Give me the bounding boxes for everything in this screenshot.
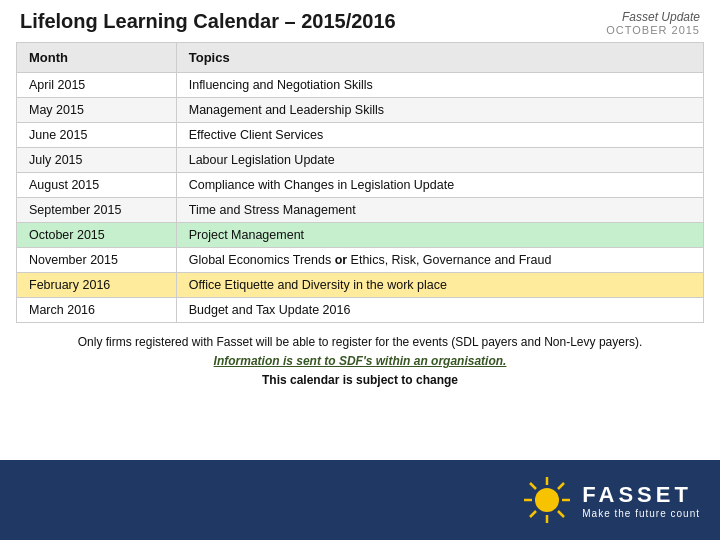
- cell-topic: Compliance with Changes in Legislation U…: [176, 173, 703, 198]
- bottom-banner: FASSET Make the future count: [0, 460, 720, 540]
- page-header: Lifelong Learning Calendar – 2015/2016 F…: [0, 0, 720, 42]
- cell-month: April 2015: [17, 73, 177, 98]
- svg-line-8: [530, 511, 536, 517]
- cell-topic: Office Etiquette and Diversity in the wo…: [176, 273, 703, 298]
- cell-topic: Global Economics Trends or Ethics, Risk,…: [176, 248, 703, 273]
- footer-line2: Information is sent to SDF's within an o…: [20, 352, 700, 371]
- fasset-update-date: OCTOBER 2015: [606, 24, 700, 36]
- table-row: August 2015Compliance with Changes in Le…: [17, 173, 704, 198]
- svg-point-9: [538, 491, 556, 509]
- footer-line1: Only firms registered with Fasset will b…: [20, 333, 700, 352]
- fasset-update-block: Fasset Update OCTOBER 2015: [606, 10, 700, 36]
- table-row: June 2015Effective Client Services: [17, 123, 704, 148]
- fasset-update-label: Fasset Update: [606, 10, 700, 24]
- cell-month: June 2015: [17, 123, 177, 148]
- fasset-name: FASSET: [582, 482, 700, 508]
- cell-topic: Influencing and Negotiation Skills: [176, 73, 703, 98]
- fasset-logo: FASSET Make the future count: [522, 475, 700, 525]
- calendar-table-container: Month Topics April 2015Influencing and N…: [0, 42, 720, 323]
- svg-line-6: [558, 511, 564, 517]
- table-row: April 2015Influencing and Negotiation Sk…: [17, 73, 704, 98]
- cell-month: September 2015: [17, 198, 177, 223]
- cell-topic: Budget and Tax Update 2016: [176, 298, 703, 323]
- table-row: November 2015Global Economics Trends or …: [17, 248, 704, 273]
- cell-topic: Effective Client Services: [176, 123, 703, 148]
- table-row: July 2015Labour Legislation Update: [17, 148, 704, 173]
- table-header-row: Month Topics: [17, 43, 704, 73]
- fasset-tagline: Make the future count: [582, 508, 700, 519]
- cell-month: August 2015: [17, 173, 177, 198]
- fasset-sun-icon: [522, 475, 572, 525]
- column-topics: Topics: [176, 43, 703, 73]
- cell-topic: Labour Legislation Update: [176, 148, 703, 173]
- table-row: February 2016Office Etiquette and Divers…: [17, 273, 704, 298]
- cell-month: July 2015: [17, 148, 177, 173]
- svg-line-7: [558, 483, 564, 489]
- cell-month: October 2015: [17, 223, 177, 248]
- table-row: May 2015Management and Leadership Skills: [17, 98, 704, 123]
- page-title: Lifelong Learning Calendar – 2015/2016: [20, 10, 396, 33]
- table-row: March 2016Budget and Tax Update 2016: [17, 298, 704, 323]
- cell-topic: Project Management: [176, 223, 703, 248]
- svg-line-5: [530, 483, 536, 489]
- column-month: Month: [17, 43, 177, 73]
- table-row: September 2015Time and Stress Management: [17, 198, 704, 223]
- cell-month: March 2016: [17, 298, 177, 323]
- cell-month: November 2015: [17, 248, 177, 273]
- cell-topic: Management and Leadership Skills: [176, 98, 703, 123]
- cell-month: February 2016: [17, 273, 177, 298]
- cell-month: May 2015: [17, 98, 177, 123]
- calendar-table: Month Topics April 2015Influencing and N…: [16, 42, 704, 323]
- table-row: October 2015Project Management: [17, 223, 704, 248]
- fasset-text-block: FASSET Make the future count: [582, 482, 700, 519]
- cell-topic: Time and Stress Management: [176, 198, 703, 223]
- footer: Only firms registered with Fasset will b…: [0, 323, 720, 397]
- footer-line3: This calendar is subject to change: [20, 371, 700, 390]
